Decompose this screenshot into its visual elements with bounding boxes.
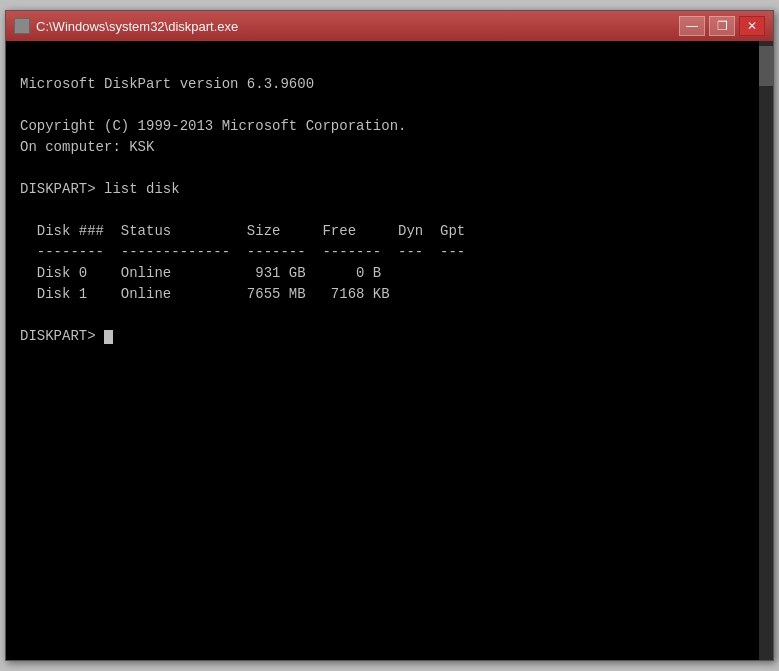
prompt-line: DISKPART> bbox=[20, 328, 113, 344]
scrollbar[interactable] bbox=[759, 41, 773, 660]
line-version: Microsoft DiskPart version 6.3.9600 bbox=[20, 76, 314, 92]
title-bar-left: C:\Windows\system32\diskpart.exe bbox=[14, 18, 238, 34]
line-blank1 bbox=[20, 97, 28, 113]
scrollbar-thumb[interactable] bbox=[759, 46, 773, 86]
close-button[interactable]: ✕ bbox=[739, 16, 765, 36]
minimize-button[interactable]: — bbox=[679, 16, 705, 36]
line-blank4 bbox=[20, 307, 28, 323]
col-dividers: -------- ------------- ------- ------- -… bbox=[20, 244, 465, 260]
window: C:\Windows\system32\diskpart.exe — ❐ ✕ M… bbox=[5, 10, 774, 661]
line-blank3 bbox=[20, 202, 28, 218]
disk0-row: Disk 0 Online 931 GB 0 B bbox=[20, 265, 381, 281]
line-command: DISKPART> list disk bbox=[20, 181, 180, 197]
line-computer: On computer: KSK bbox=[20, 139, 154, 155]
line-copyright: Copyright (C) 1999-2013 Microsoft Corpor… bbox=[20, 118, 406, 134]
disk1-row: Disk 1 Online 7655 MB 7168 KB bbox=[20, 286, 390, 302]
window-title: C:\Windows\system32\diskpart.exe bbox=[36, 19, 238, 34]
cursor bbox=[104, 330, 113, 344]
restore-button[interactable]: ❐ bbox=[709, 16, 735, 36]
line-blank2 bbox=[20, 160, 28, 176]
console-area[interactable]: Microsoft DiskPart version 6.3.9600 Copy… bbox=[6, 41, 773, 660]
cmd-icon bbox=[14, 18, 30, 34]
title-bar-buttons: — ❐ ✕ bbox=[679, 16, 765, 36]
title-bar: C:\Windows\system32\diskpart.exe — ❐ ✕ bbox=[6, 11, 773, 41]
col-headers: Disk ### Status Size Free Dyn Gpt bbox=[20, 223, 465, 239]
console-output: Microsoft DiskPart version 6.3.9600 Copy… bbox=[20, 53, 759, 368]
